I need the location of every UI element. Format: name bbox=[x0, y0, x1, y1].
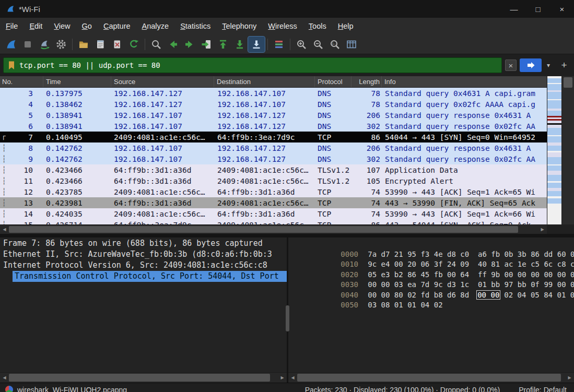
cell-source: 192.168.147.107 bbox=[111, 144, 214, 152]
packet-list-hscrollbar[interactable]: ◀ ▶ bbox=[0, 224, 547, 234]
close-button[interactable]: × bbox=[550, 0, 574, 18]
pane-divider-vertical[interactable] bbox=[287, 237, 288, 372]
hscroll-thumb[interactable] bbox=[9, 226, 518, 233]
zoom-original-button[interactable]: 1:1 bbox=[326, 37, 343, 52]
packet-list-vscrollbar[interactable] bbox=[561, 76, 574, 224]
scroll-right-button[interactable]: ▶ bbox=[565, 373, 574, 383]
add-filter-button[interactable]: + bbox=[557, 60, 571, 71]
go-back-button[interactable] bbox=[165, 37, 181, 52]
column-header[interactable]: Info bbox=[382, 76, 547, 87]
zoom-out-button[interactable] bbox=[310, 37, 326, 52]
packet-row[interactable]: 12 0.423785 2409:4081:ac1e:c56c… 64:ff9b… bbox=[0, 186, 547, 197]
maximize-button[interactable]: □ bbox=[526, 0, 550, 18]
column-header[interactable]: Destination bbox=[214, 76, 315, 87]
hex-row[interactable]: 00007a d7 21 95 f3 4e d8 c0 a6 fb 0b 3b … bbox=[297, 239, 574, 250]
menu-item[interactable]: Tools bbox=[303, 19, 332, 33]
stop-capture-button[interactable] bbox=[19, 37, 36, 52]
scroll-right-button[interactable]: ▶ bbox=[538, 225, 547, 234]
splitter-grip[interactable] bbox=[286, 305, 289, 331]
menu-item[interactable]: Edit bbox=[24, 19, 48, 33]
menu-item[interactable]: Telephony bbox=[216, 19, 262, 33]
resize-columns-button[interactable] bbox=[343, 37, 360, 52]
hscroll-thumb[interactable] bbox=[9, 374, 270, 382]
hscroll-track[interactable] bbox=[9, 225, 538, 234]
colorize-packets-button[interactable] bbox=[271, 37, 287, 52]
cell-info: Standard query 0x4631 A capi.gram bbox=[382, 89, 547, 98]
display-filter-input[interactable]: tcp.port == 80 || udp.port == 80 bbox=[3, 57, 502, 73]
column-header[interactable]: Protocol bbox=[315, 76, 352, 87]
detail-line[interactable]: Internet Protocol Version 6, Src: 2409:4… bbox=[0, 260, 287, 271]
go-to-packet-button[interactable] bbox=[198, 37, 215, 52]
find-packet-button[interactable] bbox=[148, 37, 165, 52]
scroll-right-button[interactable]: ▶ bbox=[278, 373, 287, 383]
menu-item[interactable]: Go bbox=[76, 19, 98, 33]
cell-info: Standard query response 0x4631 A bbox=[382, 111, 547, 120]
profile-selector[interactable]: Profile: Default bbox=[519, 386, 567, 392]
detail-line[interactable]: Transmission Control Protocol, Src Port:… bbox=[0, 271, 287, 282]
cell-time: 0.138462 bbox=[43, 100, 111, 109]
details-hscrollbar[interactable]: ◀ ▶ bbox=[0, 372, 287, 383]
scroll-left-button[interactable]: ◀ bbox=[0, 373, 9, 383]
menu-item[interactable]: Analyze bbox=[136, 19, 175, 33]
open-file-button[interactable] bbox=[75, 37, 92, 52]
filter-bookmark-icon[interactable] bbox=[4, 60, 19, 70]
go-to-bottom-button[interactable] bbox=[231, 37, 248, 52]
zoom-original-icon: 1:1 bbox=[329, 39, 341, 50]
vscroll-thumb[interactable] bbox=[564, 77, 572, 88]
packet-row[interactable]: 6 0.138941 192.168.147.107 192.168.147.1… bbox=[0, 121, 547, 132]
cell-length: 302 bbox=[352, 155, 382, 163]
scroll-left-button[interactable]: ◀ bbox=[288, 373, 297, 383]
reload-file-button[interactable] bbox=[125, 37, 142, 52]
packet-row[interactable]: 3 0.137975 192.168.147.127 192.168.147.1… bbox=[0, 88, 547, 99]
hex-hscrollbar[interactable]: ◀ ▶ bbox=[288, 372, 574, 383]
go-forward-button[interactable] bbox=[181, 37, 198, 52]
menu-item[interactable]: Wireless bbox=[262, 19, 303, 33]
start-capture-button[interactable] bbox=[3, 37, 19, 52]
hscroll-thumb[interactable] bbox=[297, 374, 561, 382]
hscroll-track[interactable] bbox=[9, 373, 278, 383]
packet-details-pane[interactable]: Frame 7: 86 bytes on wire (688 bits), 86… bbox=[0, 237, 287, 372]
column-header[interactable]: No. bbox=[0, 76, 43, 87]
cell-destination: 2409:4081:ac1e:c56c… bbox=[214, 177, 315, 185]
zoom-in-button[interactable] bbox=[293, 37, 310, 52]
save-file-button[interactable] bbox=[92, 37, 109, 52]
packet-row[interactable]: 8 0.142762 192.168.147.107 192.168.147.1… bbox=[0, 142, 547, 153]
menu-item[interactable]: Help bbox=[332, 19, 359, 33]
cell-protocol: TCP bbox=[315, 188, 352, 196]
packet-row[interactable]: 9 0.142762 192.168.147.107 192.168.147.1… bbox=[0, 153, 547, 164]
column-header[interactable]: Length bbox=[352, 76, 382, 87]
apply-filter-button[interactable] bbox=[520, 58, 542, 72]
scroll-left-button[interactable]: ◀ bbox=[0, 225, 9, 234]
clear-filter-button[interactable]: × bbox=[505, 60, 517, 71]
packet-row[interactable]: 7 0.140495 2409:4081:ac1e:c56c… 64:ff9b:… bbox=[0, 132, 547, 142]
toolbar-separator bbox=[72, 39, 73, 50]
packet-row[interactable]: 5 0.138941 192.168.147.107 192.168.147.1… bbox=[0, 110, 547, 121]
packet-row[interactable]: 13 0.423981 64:ff9b::3d1:a36d 2409:4081:… bbox=[0, 197, 547, 208]
column-header[interactable]: Source bbox=[111, 76, 214, 87]
auto-scroll-toggle[interactable] bbox=[248, 37, 265, 52]
packet-list[interactable]: 3 0.137975 192.168.147.127 192.168.147.1… bbox=[0, 88, 547, 224]
close-file-button[interactable] bbox=[109, 37, 125, 52]
packet-row[interactable]: 15 0.426714 64:ff9b::3ea:7d9c 2409:4081:… bbox=[0, 219, 547, 224]
hex-dump-pane[interactable]: 00007a d7 21 95 f3 4e d8 c0 a6 fb 0b 3b … bbox=[288, 237, 574, 372]
capture-options-button[interactable] bbox=[53, 37, 69, 52]
detail-line[interactable]: Ethernet II, Src: AzureWaveTec_fb:0b:3b … bbox=[0, 249, 287, 260]
pane-divider-horizontal[interactable] bbox=[0, 234, 574, 237]
packet-row[interactable]: 14 0.424035 2409:4081:ac1e:c56c… 64:ff9b… bbox=[0, 208, 547, 219]
hscroll-track[interactable] bbox=[297, 373, 565, 383]
packet-row[interactable]: 10 0.423466 64:ff9b::3d1:a36d 2409:4081:… bbox=[0, 164, 547, 175]
restart-capture-button[interactable] bbox=[36, 37, 53, 52]
detail-line[interactable]: Frame 7: 86 bytes on wire (688 bits), 86… bbox=[0, 238, 287, 249]
packet-row[interactable]: 11 0.423466 64:ff9b::3d1:a36d 2409:4081:… bbox=[0, 175, 547, 186]
filter-history-caret[interactable]: ▾ bbox=[545, 62, 552, 69]
column-header[interactable]: Time bbox=[43, 76, 111, 87]
menu-item[interactable]: View bbox=[48, 19, 76, 33]
go-to-top-button[interactable] bbox=[215, 37, 231, 52]
minimize-button[interactable]: — bbox=[502, 0, 526, 18]
expert-info-icon[interactable] bbox=[5, 386, 13, 392]
packet-minimap[interactable] bbox=[547, 76, 561, 224]
menu-item[interactable]: File bbox=[0, 19, 24, 33]
menu-item[interactable]: Capture bbox=[98, 19, 136, 33]
packet-row[interactable]: 4 0.138462 192.168.147.127 192.168.147.1… bbox=[0, 99, 547, 110]
menu-item[interactable]: Statistics bbox=[174, 19, 216, 33]
